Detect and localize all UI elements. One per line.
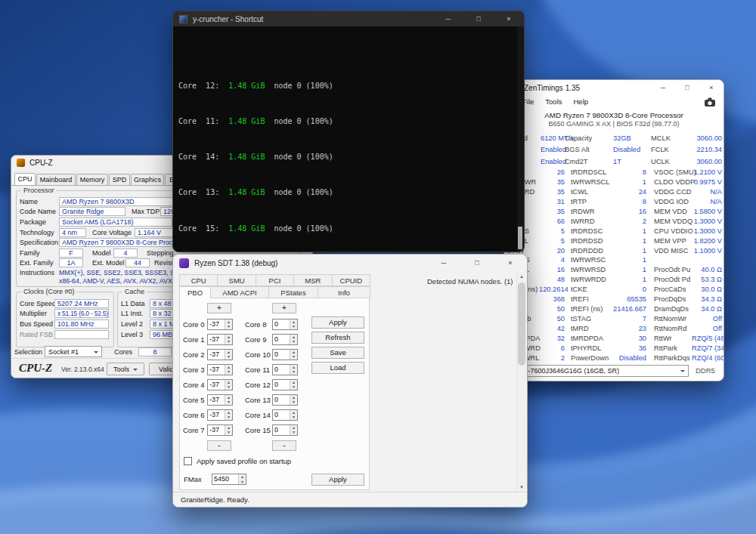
fmax-spinner[interactable]: 5450 ▲▼ <box>212 474 246 485</box>
increment-all-left-button[interactable]: + <box>207 303 231 313</box>
screenshot-button[interactable] <box>702 96 718 107</box>
maximize-button[interactable]: □ <box>463 11 494 26</box>
core-offset-spinner[interactable]: -37 ▲▼ <box>207 349 233 360</box>
core-label: Core 15 <box>233 426 272 434</box>
checkbox-icon[interactable] <box>184 457 192 465</box>
core-offset-spinner[interactable]: -37 ▲▼ <box>207 424 233 436</box>
startup-profile-checkbox[interactable]: Apply saved profile on startup <box>184 457 291 465</box>
spinner-down-icon[interactable]: ▼ <box>225 384 232 390</box>
socket-select[interactable]: Socket #1 <box>45 346 102 357</box>
tab-cpuid[interactable]: CPUID <box>332 274 370 286</box>
timing-row: tRRDL 5 tRDRDSD 1 MEM VPP 1.8200 V <box>504 236 723 246</box>
minimize-button[interactable]: ─ <box>433 11 463 26</box>
spinner-down-icon[interactable]: ▼ <box>225 430 232 435</box>
tab-cpu[interactable]: CPU <box>14 173 36 185</box>
tab-mainboard[interactable]: Mainboard <box>36 174 76 185</box>
spinner-down-icon[interactable]: ▼ <box>225 400 232 405</box>
dimm-select[interactable]: 2: F5-7600J3646G16G (16GB, SR) <box>509 365 689 377</box>
save-button[interactable]: Save <box>311 347 364 359</box>
menu-help[interactable]: Help <box>574 97 589 106</box>
tab-spd[interactable]: SPD <box>109 174 130 185</box>
maximize-button[interactable]: □ <box>460 255 494 271</box>
codename-field: Granite Ridge <box>59 207 125 216</box>
spinner-down-icon[interactable]: ▼ <box>290 339 297 344</box>
timing-row: tRAS 35 tRDWR 16 MEM VDD 1.5800 V <box>504 207 723 217</box>
tab-cpu[interactable]: CPU <box>179 274 218 286</box>
tab-memory[interactable]: Memory <box>76 174 108 185</box>
spinner-down-icon[interactable]: ▼ <box>225 369 232 375</box>
core-offset-spinner[interactable]: -37 ▲▼ <box>207 394 233 406</box>
decrement-all-left-button[interactable]: - <box>207 440 231 451</box>
minimize-button[interactable]: ─ <box>427 255 460 271</box>
core-offset-spinner[interactable]: 0 ▲▼ <box>272 394 298 406</box>
core-offset-spinner[interactable]: -37 ▲▼ <box>207 409 233 421</box>
core-speed-field: 5207.24 MHz <box>54 299 109 308</box>
timing-row: tRP 31 tRTP 8 VDDG IOD N/A <box>504 197 723 207</box>
spinner-down-icon[interactable]: ▼ <box>290 400 297 405</box>
core-offset-spinner[interactable]: 0 ▲▼ <box>272 364 298 375</box>
scroll-up-icon[interactable]: ▲ <box>517 272 526 282</box>
multiplier-row: Multiplier x 51.15 (6.0 - 52.5) <box>17 309 113 319</box>
increment-all-right-button[interactable]: + <box>272 303 296 313</box>
model-label: Model <box>92 249 113 257</box>
core-offset-spinner[interactable]: -37 ▲▼ <box>207 319 233 330</box>
sdt-scrollbar[interactable]: ▲ ▼ <box>516 272 526 492</box>
tab-amd-acpi[interactable]: AMD ACPI <box>210 286 269 298</box>
core-line: Core 15: 1.48 GiB node 0 (100%) <box>178 224 524 233</box>
scrollbar-thumb[interactable] <box>518 282 525 366</box>
fmax-apply-button[interactable]: Apply <box>311 474 364 486</box>
core-label: Core 9 <box>233 335 272 344</box>
bus-speed-label: Bus Speed <box>20 320 54 328</box>
core-offset-row: Core 6 -37 ▲▼ Core 14 0 ▲▼ <box>183 407 298 422</box>
core-offset-spinner[interactable]: 0 ▲▼ <box>272 409 298 421</box>
tab-pci[interactable]: PCI <box>256 274 294 286</box>
tab-pbo[interactable]: PBO <box>179 286 211 298</box>
core-offset-spinner[interactable]: -37 ▲▼ <box>207 364 233 375</box>
terminal-titlebar[interactable]: y-cruncher - Shortcut ─ □ × <box>173 11 524 26</box>
apply-button[interactable]: Apply <box>311 316 364 329</box>
rated-fsb-row: Rated FSB <box>17 329 113 340</box>
core-line: Core 12: 1.48 GiB node 0 (100%) <box>178 82 524 91</box>
scrollbar-thumb[interactable] <box>518 227 522 249</box>
zentimings-titlebar[interactable]: ZenTimings 1.35 ─ □ × <box>504 80 723 95</box>
spinner-down-icon[interactable]: ▼ <box>225 324 232 329</box>
core-offset-spinner[interactable]: 0 ▲▼ <box>272 424 298 436</box>
tools-button[interactable]: Tools <box>107 363 144 375</box>
spinner-down-icon[interactable]: ▼ <box>290 384 297 390</box>
spinner-down-icon[interactable]: ▼ <box>290 369 297 375</box>
spinner-down-icon[interactable]: ▼ <box>225 354 232 360</box>
spinner-down-icon[interactable]: ▼ <box>290 415 297 420</box>
spinner-down-icon[interactable]: ▼ <box>225 339 232 344</box>
minimize-button[interactable]: ─ <box>651 80 675 95</box>
core-offset-spinner[interactable]: -37 ▲▼ <box>207 334 233 345</box>
spinner-down-icon[interactable]: ▼ <box>290 354 297 360</box>
spinner-down-icon[interactable]: ▼ <box>225 415 232 420</box>
core-offset-spinner[interactable]: -37 ▲▼ <box>207 379 233 390</box>
core-offset-spinner[interactable]: 0 ▲▼ <box>272 319 298 330</box>
close-button[interactable]: × <box>494 255 527 271</box>
spinner-down-icon[interactable]: ▼ <box>239 480 246 485</box>
terminal-scrollbar[interactable] <box>517 26 524 252</box>
core-offset-spinner[interactable]: 0 ▲▼ <box>272 349 298 360</box>
core-line: Core 13: 1.48 GiB node 0 (100%) <box>178 188 524 197</box>
load-button[interactable]: Load <box>311 362 364 374</box>
sdt-titlebar[interactable]: Ryzen SDT 1.38 (debug) ─ □ × <box>173 255 527 271</box>
zentimings-menubar: File Tools Help <box>504 95 723 108</box>
close-button[interactable]: × <box>699 80 723 95</box>
tab-smu[interactable]: SMU <box>217 274 256 286</box>
core-offset-spinner[interactable]: 0 ▲▼ <box>272 334 298 345</box>
close-button[interactable]: × <box>494 11 524 26</box>
l1-inst-label: L1 Inst. <box>121 310 150 317</box>
refresh-button[interactable]: Refresh <box>311 332 364 344</box>
tab-msr[interactable]: MSR <box>293 274 332 286</box>
tab-pstates[interactable]: PStates <box>268 286 318 298</box>
menu-tools[interactable]: Tools <box>545 97 562 106</box>
decrement-all-right-button[interactable]: - <box>272 440 296 451</box>
maximize-button[interactable]: □ <box>675 80 699 95</box>
core-label: Core 2 <box>183 350 207 359</box>
tab-graphics[interactable]: Graphics <box>131 174 164 185</box>
spinner-down-icon[interactable]: ▼ <box>290 324 297 329</box>
tab-info[interactable]: Info <box>318 286 370 298</box>
spinner-down-icon[interactable]: ▼ <box>290 430 297 435</box>
core-offset-spinner[interactable]: 0 ▲▼ <box>272 379 298 390</box>
